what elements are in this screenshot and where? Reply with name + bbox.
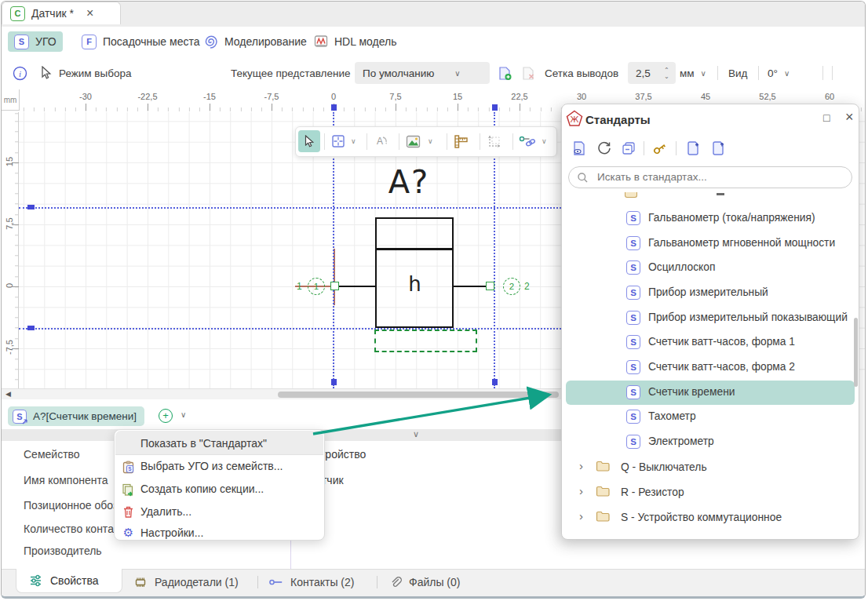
- ruler-label: 7,5: [389, 92, 401, 101]
- standards-folder[interactable]: R - Резистор: [621, 486, 684, 498]
- section-chip[interactable]: S A?[Счетчик времени]: [8, 406, 144, 426]
- symbol-s-icon: S: [626, 410, 640, 424]
- import-standard-icon[interactable]: [685, 140, 701, 156]
- close-icon[interactable]: ×: [845, 109, 854, 126]
- standards-item[interactable]: Прибор измерительный показывающий: [648, 311, 848, 323]
- standards-search-box[interactable]: [568, 166, 852, 188]
- selection-guide-horizontal: [19, 328, 561, 330]
- scroll-left-icon[interactable]: ◀: [5, 390, 11, 398]
- image-tool-button[interactable]: [402, 130, 424, 152]
- chip-icon: [133, 576, 148, 588]
- close-tab-icon[interactable]: ×: [86, 6, 93, 20]
- menu-item-delete[interactable]: Удалить...: [140, 505, 191, 518]
- maximize-icon[interactable]: □: [823, 111, 830, 124]
- text-tool-button[interactable]: A: [370, 130, 392, 152]
- property-label: Имя компонента: [24, 474, 108, 486]
- section-chip-label: A?[Счетчик времени]: [33, 410, 137, 422]
- preview-document-icon[interactable]: [571, 140, 587, 156]
- document-tab-datchik[interactable]: C Датчик * ×: [2, 2, 121, 24]
- standards-folder[interactable]: Q - Выключатель: [621, 461, 707, 473]
- menu-item-settings[interactable]: Настройки...: [140, 526, 203, 539]
- selection-handle[interactable]: [492, 104, 498, 111]
- list-scrollbar-thumb[interactable]: [854, 318, 858, 387]
- measure-tool-button[interactable]: [450, 130, 472, 152]
- standards-item[interactable]: Гальванометр мгновенной мощности: [648, 237, 835, 249]
- chevron-down-icon[interactable]: ∨: [542, 137, 547, 145]
- chevron-down-icon[interactable]: ∨: [181, 410, 186, 419]
- standards-item-selected[interactable]: Счетчик времени: [648, 386, 735, 398]
- tab-footprints[interactable]: F Посадочные места: [75, 31, 206, 52]
- standards-item[interactable]: Прибор измерительный: [648, 286, 768, 298]
- chevron-right-icon[interactable]: ›: [579, 459, 583, 472]
- collapse-chevron-icon[interactable]: ∨: [413, 429, 419, 439]
- ruler-label: 52,5: [759, 92, 775, 101]
- add-section-button[interactable]: +: [159, 409, 173, 423]
- select-tool-button[interactable]: [298, 130, 320, 152]
- standards-item[interactable]: Гальванометр (тока/напряжения): [648, 212, 815, 224]
- folder-icon: [596, 486, 610, 497]
- standards-item[interactable]: Счетчик ватт-часов, форма 2: [648, 361, 795, 373]
- selection-handle[interactable]: [27, 205, 35, 209]
- pin2-line[interactable]: [453, 286, 487, 287]
- net-link-tool-button[interactable]: [516, 130, 538, 152]
- view-dropdown[interactable]: По умолчанию ∨: [355, 56, 490, 89]
- tab-footprints-label: Посадочные места: [103, 35, 200, 48]
- clipboard-symbol-icon: S: [122, 461, 135, 474]
- standards-item[interactable]: Счетчик ватт-часов, форма 1: [648, 336, 795, 348]
- tab-simulation[interactable]: Моделирование: [198, 31, 313, 52]
- info-icon[interactable]: i: [13, 56, 27, 89]
- collapse-all-icon[interactable]: [621, 140, 636, 156]
- chevron-down-icon[interactable]: ∨: [428, 137, 433, 145]
- chevron-down-icon[interactable]: ∨: [351, 137, 356, 145]
- pin2-pad[interactable]: [486, 282, 494, 290]
- tab-parts[interactable]: Радиодетали (1): [133, 570, 239, 594]
- panel-toolbar-divider: [676, 141, 677, 155]
- scrollbar-thumb[interactable]: [278, 392, 559, 398]
- attribute-placeholder-rect[interactable]: [374, 330, 477, 352]
- pin1-line[interactable]: [339, 286, 375, 287]
- canvas-h-scrollbar[interactable]: ◀: [2, 388, 561, 399]
- stepper-arrows-icon[interactable]: ⌃⌃: [664, 68, 669, 78]
- rotation-dropdown[interactable]: 0° ∨: [768, 56, 790, 89]
- search-input[interactable]: [596, 170, 834, 184]
- tab-ugo[interactable]: S УГО: [8, 31, 63, 52]
- menu-item-show-in-standards[interactable]: Показать в "Стандартах": [140, 437, 267, 450]
- standards-item[interactable]: Тахометр: [648, 410, 696, 422]
- selection-handle[interactable]: [331, 379, 337, 385]
- standards-item[interactable]: Электрометр: [648, 435, 714, 447]
- selection-handle[interactable]: [492, 379, 498, 385]
- pin-grid-input[interactable]: [634, 67, 658, 80]
- tab-contacts[interactable]: Контакты (2): [268, 570, 354, 594]
- refresh-icon[interactable]: [596, 140, 612, 156]
- tab-hdl[interactable]: HDL модель: [308, 31, 403, 52]
- standards-item[interactable]: Осциллоскоп: [648, 261, 715, 273]
- place-pin-tool-button[interactable]: [327, 130, 349, 152]
- pin1-number-circle: 1: [308, 278, 325, 295]
- ruler-label: 7,5: [5, 217, 14, 231]
- add-view-icon[interactable]: [498, 56, 512, 89]
- symbol-function-text: h: [375, 272, 454, 296]
- export-standard-icon[interactable]: [710, 140, 726, 156]
- select-mode-cursor-icon[interactable]: [39, 56, 53, 89]
- ref-designator-text[interactable]: A?: [374, 164, 444, 200]
- chevron-right-icon[interactable]: ›: [579, 509, 583, 523]
- tab-properties[interactable]: Свойства: [16, 569, 122, 593]
- canvas-floating-toolbar: ∨ A ∨ ∨: [295, 126, 557, 157]
- chevron-right-icon[interactable]: ›: [579, 484, 583, 497]
- key-icon[interactable]: [652, 140, 668, 156]
- unit-dropdown[interactable]: мм ∨: [680, 56, 706, 89]
- ruler-label: -7,5: [264, 92, 279, 101]
- menu-item-copy-section[interactable]: Создать копию секции...: [140, 483, 264, 495]
- ruler-label: -7,5: [5, 341, 14, 355]
- view-menu-label[interactable]: Вид: [728, 56, 747, 89]
- ruler-label: -22,5: [137, 92, 157, 101]
- bottom-tab-bar: Свойства Радиодетали (1) Контакты (2) Фа…: [2, 569, 865, 596]
- tab-files[interactable]: Файлы (0): [389, 570, 460, 594]
- standards-folder[interactable]: S - Устройство коммутационное: [621, 512, 782, 523]
- pin1-pad[interactable]: [330, 282, 339, 290]
- pin-grid-stepper[interactable]: ⌃⌃: [628, 56, 676, 89]
- axes-tool-button[interactable]: [483, 130, 505, 152]
- selection-handle[interactable]: [27, 326, 35, 330]
- menu-item-choose-ugo[interactable]: Выбрать УГО из семейств...: [140, 460, 283, 472]
- selection-handle[interactable]: [331, 104, 337, 111]
